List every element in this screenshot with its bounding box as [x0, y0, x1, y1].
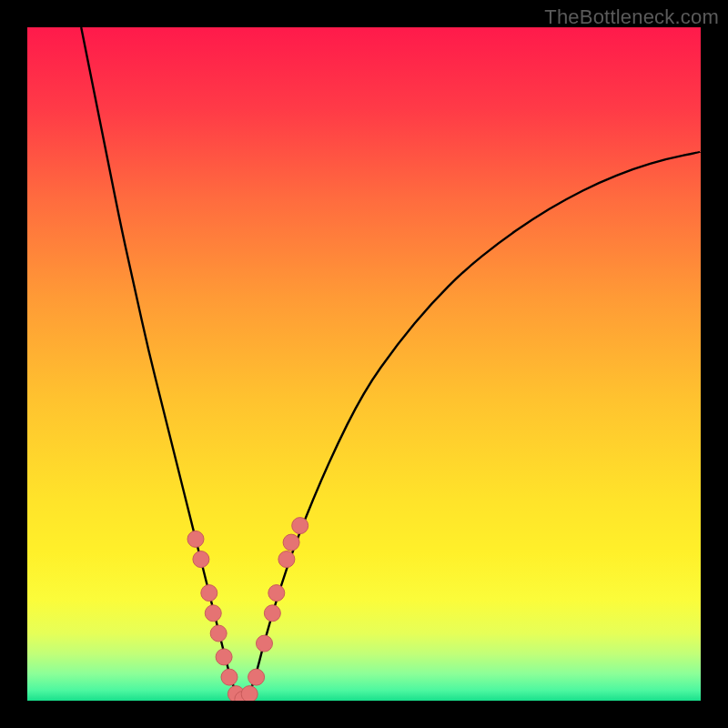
sample-dot	[256, 635, 272, 652]
sample-dot	[241, 686, 258, 701]
sample-dot	[268, 585, 285, 602]
sample-dot	[292, 518, 308, 534]
sample-dot	[221, 669, 238, 685]
sample-dot	[187, 531, 204, 547]
sample-dot	[264, 605, 280, 622]
sample-dot	[201, 585, 217, 602]
sample-dot	[283, 534, 299, 551]
watermark-text: TheBottleneck.com	[544, 5, 719, 29]
chart-background	[27, 27, 701, 701]
sample-dot	[193, 551, 209, 568]
sample-dot	[216, 649, 232, 665]
sample-dot	[210, 625, 227, 642]
sample-dot	[205, 605, 221, 622]
chart-svg	[27, 27, 701, 701]
sample-dot	[248, 669, 265, 685]
chart-frame	[27, 27, 701, 701]
sample-dot	[278, 551, 295, 568]
